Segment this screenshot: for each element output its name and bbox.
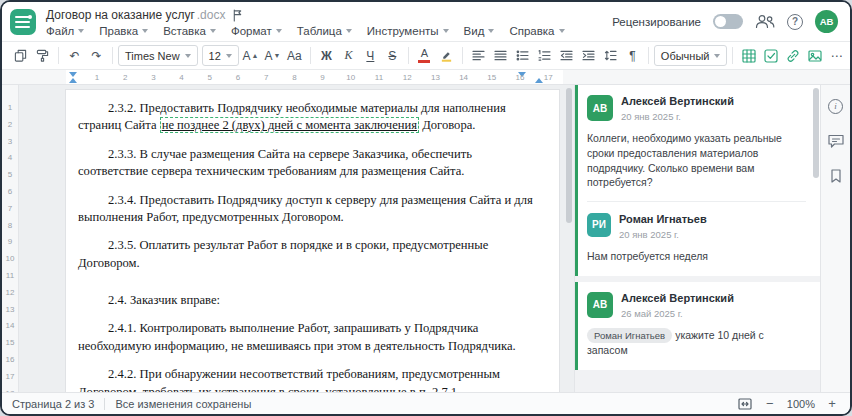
grow-font-button[interactable]: А▲ xyxy=(240,45,261,67)
chevron-down-icon xyxy=(443,29,449,33)
italic-button[interactable]: К xyxy=(338,45,359,67)
comment-thread[interactable]: АВ Алексей Вертинский 26 май 2025 г. Ром… xyxy=(575,282,820,370)
ruler-number: 2 xyxy=(123,73,127,82)
menu-bar: Файл Правка Вставка Формат Таблица Инстр… xyxy=(46,25,565,37)
align-left-button[interactable] xyxy=(468,45,489,67)
font-size-select[interactable]: 12 xyxy=(202,45,239,66)
menu-insert[interactable]: Вставка xyxy=(163,25,216,37)
insert-link-button[interactable] xyxy=(782,45,803,67)
nonprinting-chars-button[interactable]: ¶ xyxy=(622,45,643,67)
comment-text: Нам потребуется неделя xyxy=(587,249,806,264)
comment-thread[interactable]: АВ Алексей Вертинский 20 янв 2025 г. Кол… xyxy=(575,85,820,276)
bold-button[interactable]: Ж xyxy=(316,45,337,67)
ruler-number: 17 xyxy=(6,372,15,381)
paragraph: 2.3.3. В случае размещения Сайта на серв… xyxy=(78,146,533,181)
strikethrough-button[interactable]: Ѕ xyxy=(382,45,403,67)
insert-table-button[interactable] xyxy=(738,45,759,67)
zoom-out-button[interactable]: − xyxy=(762,396,778,412)
format-painter-button[interactable] xyxy=(32,45,53,67)
chevron-down-icon xyxy=(210,29,216,33)
ruler-number: 2 xyxy=(8,120,12,129)
user-avatar[interactable]: АВ xyxy=(815,10,838,33)
right-sidebar: i xyxy=(820,85,850,392)
ruler-horizontal[interactable]: 1234567891011121314151617 xyxy=(2,70,850,85)
app-logo-icon[interactable] xyxy=(10,9,36,35)
content-area: 123456789101112131415161718 2.3.2. Предо… xyxy=(2,85,850,392)
comment-reply[interactable]: РИ Роман Игнатьев 20 янв 2025 г. Нам пот… xyxy=(587,201,806,264)
fit-page-icon[interactable] xyxy=(737,396,753,412)
shrink-font-button[interactable]: А▼ xyxy=(262,45,283,67)
comments-panel-icon[interactable] xyxy=(827,132,845,150)
font-color-button[interactable]: А xyxy=(414,45,435,67)
document-scrollbar[interactable] xyxy=(566,88,572,389)
menu-table[interactable]: Таблица xyxy=(297,25,352,37)
info-icon[interactable]: i xyxy=(827,97,845,115)
increase-indent-button[interactable] xyxy=(578,45,599,67)
mention-chip[interactable]: Роман Игнатьев xyxy=(587,328,672,343)
ruler-number: 16 xyxy=(6,355,15,364)
document-area[interactable]: 2.3.2. Предоставить Подрядчику необходим… xyxy=(19,85,574,392)
paragraph-style-select[interactable]: Обычный xyxy=(654,45,728,66)
change-case-button[interactable]: Аа xyxy=(284,45,305,67)
help-icon[interactable]: ? xyxy=(787,14,803,30)
ruler-number: 11 xyxy=(6,271,14,280)
more-tools-button[interactable]: ⋯ xyxy=(826,45,847,67)
redo-button[interactable]: ↷ xyxy=(86,45,107,67)
chevron-down-icon xyxy=(78,29,84,33)
ruler-number: 3 xyxy=(151,73,155,82)
menu-file[interactable]: Файл xyxy=(46,25,84,37)
first-line-indent-marker[interactable] xyxy=(69,72,77,77)
underline-button[interactable]: Ч xyxy=(360,45,381,67)
paragraph: 2.3.4. Предоставить Подрядчику доступ к … xyxy=(78,192,533,227)
ruler-number: 8 xyxy=(292,73,296,82)
zoom-level[interactable]: 100% xyxy=(787,398,815,410)
review-toggle[interactable] xyxy=(713,14,743,29)
ruler-number: 9 xyxy=(8,237,12,246)
copy-button[interactable] xyxy=(10,45,31,67)
ruler-number: 6 xyxy=(236,73,240,82)
document-page[interactable]: 2.3.2. Предоставить Подрядчику необходим… xyxy=(65,89,560,392)
comment-text: Коллеги, необходимо указать реальные сро… xyxy=(587,131,806,190)
chevron-down-icon xyxy=(185,54,191,58)
ruler-number: 18 xyxy=(6,389,15,392)
save-status: Все изменения сохранены xyxy=(115,398,251,410)
menu-edit[interactable]: Правка xyxy=(99,25,148,37)
comment-author: Алексей Вертинский xyxy=(621,95,734,108)
highlight-color-button[interactable] xyxy=(436,45,457,67)
right-indent-marker[interactable] xyxy=(535,78,543,83)
left-indent-marker[interactable] xyxy=(69,78,77,83)
ruler-number: 12 xyxy=(403,73,412,82)
flag-icon[interactable] xyxy=(232,9,243,22)
app-window: Договор на оказание услуг.docx Файл Прав… xyxy=(0,0,852,416)
ruler-number: 10 xyxy=(6,254,15,263)
ruler-vertical[interactable]: 123456789101112131415161718 xyxy=(2,85,19,392)
font-color-swatch xyxy=(418,60,430,63)
ruler-number: 9 xyxy=(320,73,324,82)
bullet-list-button[interactable] xyxy=(512,45,533,67)
comments-scrollbar[interactable] xyxy=(813,88,819,178)
bookmark-icon[interactable] xyxy=(827,167,845,185)
comment-date: 20 янв 2025 г. xyxy=(619,229,707,240)
line-spacing-button[interactable] xyxy=(600,45,621,67)
chevron-down-icon xyxy=(276,29,282,33)
font-family-select[interactable]: Times New xyxy=(118,45,198,66)
ruler-number: 4 xyxy=(8,153,12,162)
undo-button[interactable]: ↶ xyxy=(64,45,85,67)
collaboration-users-icon[interactable] xyxy=(755,14,775,29)
insert-checkbox-button[interactable] xyxy=(760,45,781,67)
zoom-in-button[interactable]: + xyxy=(824,396,840,412)
menu-tools[interactable]: Инструменты xyxy=(367,25,449,37)
review-mode-label: Рецензирование xyxy=(612,16,701,28)
ruler-number: 8 xyxy=(8,221,12,230)
document-extension: .docx xyxy=(197,8,226,22)
menu-format[interactable]: Формат xyxy=(231,25,282,37)
insert-image-button[interactable] xyxy=(804,45,825,67)
menu-view[interactable]: Вид xyxy=(464,25,495,37)
menu-help[interactable]: Справка xyxy=(509,25,564,37)
comments-panel: АВ Алексей Вертинский 20 янв 2025 г. Кол… xyxy=(574,85,820,392)
numbered-list-button[interactable] xyxy=(534,45,555,67)
decrease-indent-button[interactable] xyxy=(556,45,577,67)
commented-text-range[interactable]: не позднее 2 (двух) дней с момента заклю… xyxy=(160,117,419,133)
align-justify-button[interactable] xyxy=(490,45,511,67)
page-indicator[interactable]: Страница 2 из 3 xyxy=(12,398,94,410)
